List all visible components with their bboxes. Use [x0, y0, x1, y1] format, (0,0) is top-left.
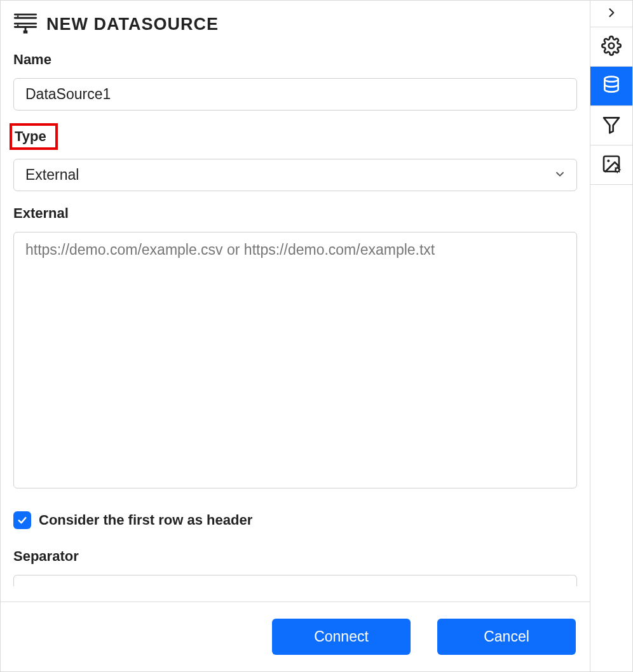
name-input[interactable] — [13, 78, 577, 111]
connect-button[interactable]: Connect — [272, 619, 411, 655]
content-area: NEW DATASOURCE Name Type External — [1, 1, 590, 601]
header-row-checkbox[interactable] — [13, 511, 31, 529]
svg-rect-7 — [24, 30, 28, 34]
funnel-icon — [601, 114, 622, 137]
external-url-input[interactable] — [13, 232, 577, 488]
separator-input[interactable] — [13, 575, 577, 586]
external-field-group: External — [13, 204, 577, 491]
type-label: Type — [10, 123, 58, 150]
name-field-group: Name — [13, 50, 577, 111]
sidebar-item-image-settings[interactable] — [590, 145, 632, 185]
datasource-icon — [13, 11, 37, 37]
name-label: Name — [13, 50, 57, 69]
type-select-wrapper: External — [13, 159, 577, 191]
chevron-right-icon — [605, 6, 618, 22]
app-container: NEW DATASOURCE Name Type External — [0, 0, 633, 672]
image-gear-icon — [601, 154, 622, 177]
type-field-group: Type External — [13, 123, 577, 191]
sidebar-item-collapse[interactable] — [590, 1, 632, 27]
header-row-checkbox-label: Consider the first row as header — [39, 512, 252, 528]
svg-point-2 — [17, 15, 19, 17]
panel-header: NEW DATASOURCE — [13, 8, 577, 37]
svg-point-12 — [607, 159, 609, 162]
svg-point-9 — [604, 76, 618, 81]
footer: Connect Cancel — [1, 601, 590, 671]
separator-label: Separator — [13, 547, 84, 566]
svg-marker-10 — [604, 118, 619, 133]
panel-title: NEW DATASOURCE — [46, 15, 219, 34]
separator-field-group: Separator — [13, 547, 577, 586]
main-panel: NEW DATASOURCE Name Type External — [1, 1, 590, 671]
sidebar-item-settings[interactable] — [590, 27, 632, 67]
svg-point-5 — [17, 25, 19, 27]
external-label: External — [13, 204, 74, 223]
cancel-button[interactable]: Cancel — [437, 619, 576, 655]
type-select[interactable]: External — [13, 159, 577, 191]
gear-icon — [601, 36, 622, 58]
database-icon — [601, 75, 622, 98]
svg-point-8 — [609, 43, 615, 48]
header-row-checkbox-row: Consider the first row as header — [13, 511, 577, 529]
sidebar-item-datasource[interactable] — [590, 67, 632, 106]
sidebar — [590, 1, 632, 671]
sidebar-item-filter[interactable] — [590, 106, 632, 145]
